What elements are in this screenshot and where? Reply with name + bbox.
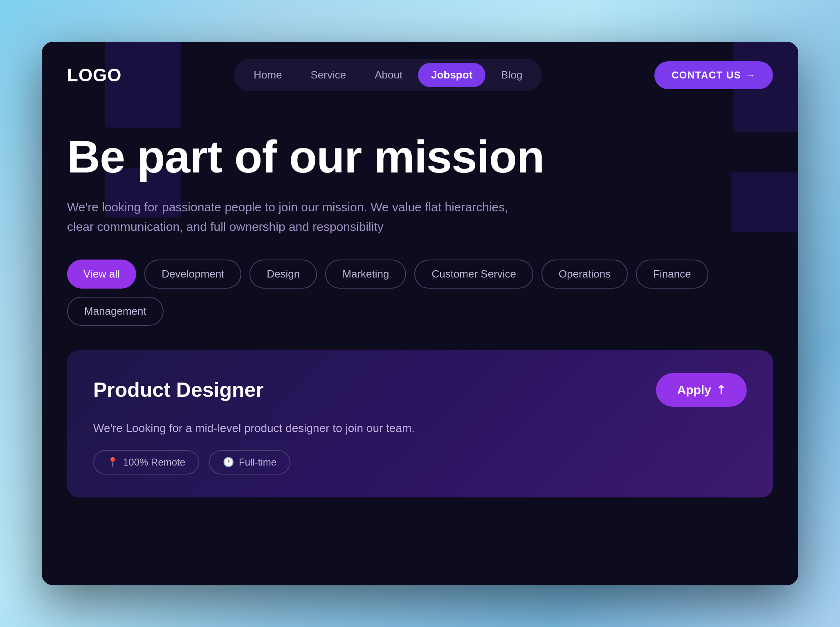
nav-item-home[interactable]: Home [240,63,295,87]
nav-item-jobspot[interactable]: Jobspot [418,63,485,87]
apply-label: Apply [677,383,711,397]
job-tag-remote: 📍 100% Remote [93,450,199,475]
main-window: LOGO Home Service About Jobspot Blog CON… [42,42,798,585]
filter-development[interactable]: Development [144,260,241,289]
contact-label: CONTACT US [672,69,741,81]
hero-section: Be part of our mission We're looking for… [42,108,798,326]
logo: LOGO [67,65,122,85]
apply-button[interactable]: Apply ↗ [656,373,747,407]
job-tag-fulltime-label: Full-time [239,457,276,468]
filter-customer-service[interactable]: Customer Service [414,260,533,289]
hero-subtitle: We're looking for passionate people to j… [67,197,509,237]
nav-item-about[interactable]: About [362,63,416,87]
filter-finance[interactable]: Finance [636,260,708,289]
nav-item-service[interactable]: Service [298,63,359,87]
filter-view-all[interactable]: View all [67,260,136,289]
filter-operations[interactable]: Operations [541,260,628,289]
filter-design[interactable]: Design [249,260,317,289]
filter-marketing[interactable]: Marketing [325,260,406,289]
location-icon: 📍 [107,457,118,468]
apply-arrow-icon: ↗ [713,382,729,398]
job-title: Product Designer [93,378,264,402]
filter-row: View all Development Design Marketing Cu… [67,260,773,326]
header: LOGO Home Service About Jobspot Blog CON… [42,42,798,108]
clock-icon: 🕐 [223,457,234,468]
contact-button[interactable]: CONTACT US → [654,61,773,89]
job-tag-fulltime: 🕐 Full-time [209,450,290,475]
nav-item-blog[interactable]: Blog [488,63,535,87]
job-card-top: Product Designer Apply ↗ [93,373,747,407]
job-description: We're Looking for a mid-level product de… [93,420,543,437]
job-tags: 📍 100% Remote 🕐 Full-time [93,450,747,475]
job-card: Product Designer Apply ↗ We're Looking f… [67,350,773,497]
nav: Home Service About Jobspot Blog [234,59,542,91]
job-tag-remote-label: 100% Remote [123,457,185,468]
hero-title: Be part of our mission [67,133,773,181]
contact-arrow: → [746,69,756,81]
filter-management[interactable]: Management [67,297,164,326]
